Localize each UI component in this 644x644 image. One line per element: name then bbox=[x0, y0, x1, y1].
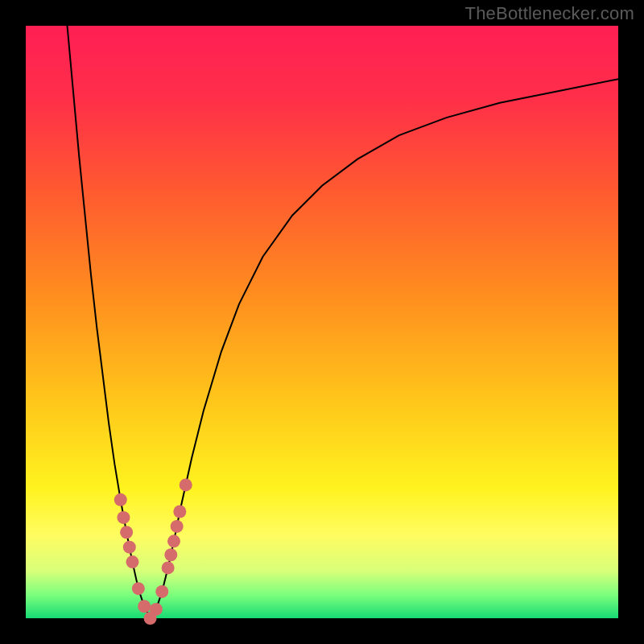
bottleneck-curve-svg bbox=[26, 26, 618, 618]
sample-dot bbox=[126, 555, 138, 568]
sample-dot bbox=[155, 585, 168, 598]
sample-dot bbox=[114, 493, 127, 506]
sample-dot bbox=[180, 478, 192, 491]
sample-dot bbox=[138, 600, 151, 613]
sample-dot bbox=[162, 561, 175, 574]
sample-dot bbox=[132, 582, 145, 595]
sample-dot bbox=[171, 520, 184, 533]
sample-dot bbox=[120, 526, 133, 539]
sample-dot bbox=[164, 548, 177, 561]
watermark-text: TheBottlenecker.com bbox=[465, 3, 634, 24]
chart-frame: TheBottlenecker.com bbox=[0, 0, 644, 644]
sample-dot bbox=[167, 535, 180, 547]
bottleneck-curve-path bbox=[68, 26, 618, 618]
sample-dot bbox=[150, 603, 163, 616]
sample-dot bbox=[117, 511, 130, 524]
sample-dot bbox=[173, 506, 186, 518]
sample-dot bbox=[123, 541, 136, 554]
plot-area bbox=[26, 26, 618, 618]
